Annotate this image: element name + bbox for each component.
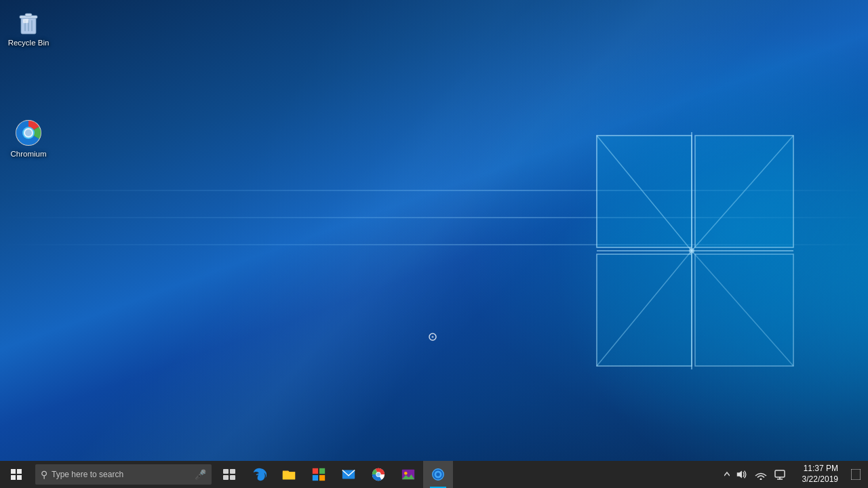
windows-logo bbox=[583, 122, 800, 380]
svg-point-21 bbox=[25, 129, 32, 136]
svg-marker-6 bbox=[597, 136, 692, 247]
chromium-icon[interactable]: Chromium bbox=[3, 117, 54, 162]
photos-icon bbox=[401, 467, 416, 482]
chrome-pinned[interactable] bbox=[363, 461, 393, 488]
svg-rect-26 bbox=[11, 475, 16, 480]
start-button[interactable] bbox=[0, 461, 33, 488]
svg-rect-30 bbox=[223, 475, 229, 480]
svg-rect-17 bbox=[23, 19, 28, 24]
svg-rect-32 bbox=[313, 468, 318, 474]
svg-rect-34 bbox=[313, 475, 318, 481]
search-bar[interactable]: ⚲ Type here to search 🎤 bbox=[35, 464, 212, 485]
search-placeholder-text: Type here to search bbox=[52, 470, 192, 479]
photos-pinned[interactable] bbox=[393, 461, 423, 488]
svg-point-45 bbox=[436, 472, 440, 476]
edge-pinned[interactable] bbox=[244, 461, 274, 488]
clock-area[interactable]: 11:37 PM 3/22/2019 bbox=[789, 461, 844, 488]
svg-rect-24 bbox=[11, 469, 16, 474]
svg-marker-8 bbox=[597, 254, 692, 366]
tray-overflow-button[interactable] bbox=[722, 461, 732, 488]
edge-icon bbox=[252, 467, 267, 482]
svg-point-22 bbox=[429, 333, 436, 340]
notification-button[interactable] bbox=[844, 461, 868, 488]
chromium-label: Chromium bbox=[10, 149, 46, 159]
notification-icon bbox=[851, 469, 861, 480]
volume-tray-icon[interactable] bbox=[732, 461, 751, 488]
speaker-icon bbox=[736, 469, 748, 480]
recycle-bin-label: Recycle Bin bbox=[8, 38, 50, 48]
file-explorer-icon bbox=[281, 467, 296, 482]
mail-pinned[interactable] bbox=[334, 461, 363, 488]
svg-rect-48 bbox=[775, 470, 785, 477]
svg-rect-31 bbox=[230, 475, 235, 480]
file-explorer-pinned[interactable] bbox=[274, 461, 304, 488]
svg-rect-33 bbox=[319, 468, 325, 474]
search-icon: ⚲ bbox=[41, 469, 47, 480]
svg-point-41 bbox=[404, 472, 408, 475]
active-app-pinned[interactable] bbox=[423, 461, 453, 488]
action-center-icon bbox=[774, 469, 785, 480]
task-view-icon bbox=[223, 469, 235, 480]
svg-rect-13 bbox=[25, 14, 32, 16]
network-tray-icon[interactable] bbox=[751, 461, 770, 488]
svg-rect-29 bbox=[230, 469, 235, 474]
svg-marker-46 bbox=[737, 471, 742, 479]
svg-rect-51 bbox=[851, 469, 861, 480]
desktop: Recycle Bin Chromium bbox=[0, 0, 868, 461]
system-tray: 11:37 PM 3/22/2019 bbox=[722, 461, 868, 488]
svg-point-10 bbox=[689, 248, 694, 253]
mail-icon bbox=[341, 467, 356, 482]
svg-point-47 bbox=[760, 479, 762, 481]
store-icon bbox=[311, 467, 326, 482]
active-app-icon bbox=[431, 467, 446, 482]
start-icon bbox=[11, 469, 22, 480]
recycle-bin-icon[interactable]: Recycle Bin bbox=[3, 5, 54, 51]
svg-point-23 bbox=[432, 336, 434, 338]
svg-marker-7 bbox=[695, 136, 793, 247]
time-display: 11:37 PM bbox=[804, 464, 838, 474]
microphone-icon: 🎤 bbox=[195, 469, 206, 480]
svg-rect-25 bbox=[17, 469, 22, 474]
svg-marker-9 bbox=[695, 254, 793, 366]
svg-rect-35 bbox=[319, 475, 325, 481]
recycle-bin-image bbox=[15, 8, 42, 35]
date-display: 3/22/2019 bbox=[802, 474, 838, 485]
taskbar: ⚲ Type here to search 🎤 bbox=[0, 461, 868, 488]
chrome-icon bbox=[371, 467, 386, 482]
svg-rect-28 bbox=[223, 469, 229, 474]
network-icon bbox=[755, 469, 767, 480]
svg-rect-27 bbox=[17, 475, 22, 480]
store-pinned[interactable] bbox=[304, 461, 334, 488]
task-view-button[interactable] bbox=[214, 461, 244, 488]
mouse-cursor bbox=[428, 332, 437, 342]
svg-point-39 bbox=[376, 472, 380, 476]
action-center-tray-icon[interactable] bbox=[770, 461, 789, 488]
chevron-up-icon bbox=[724, 470, 730, 479]
chromium-image bbox=[15, 119, 42, 146]
